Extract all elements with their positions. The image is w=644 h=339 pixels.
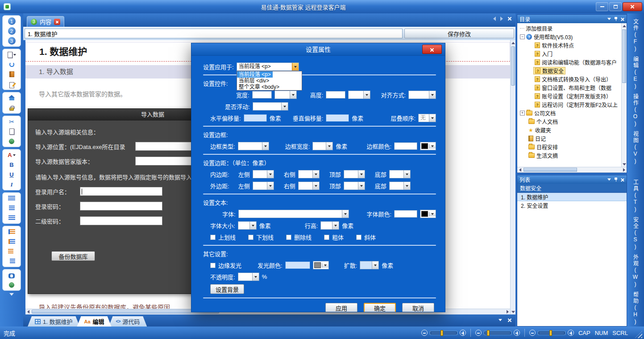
- tree-item-tech-features[interactable]: ?软件技术特点: [517, 41, 627, 50]
- panel-close-icon[interactable]: [621, 17, 624, 21]
- slider-thumb[interactable]: [487, 330, 490, 336]
- bottom-tabstrip-close-icon[interactable]: [507, 318, 511, 322]
- dropdown-arrow-icon[interactable]: [429, 91, 436, 99]
- indent-button[interactable]: [4, 256, 19, 266]
- pin-icon[interactable]: [614, 17, 618, 21]
- scroll-up-icon[interactable]: [622, 23, 627, 29]
- dropdown-option-div[interactable]: 当前层 <div>: [237, 78, 302, 84]
- set-background-button[interactable]: 设置背景: [210, 284, 244, 294]
- document-title-input[interactable]: [25, 29, 403, 38]
- scroll-right-icon[interactable]: [505, 309, 510, 314]
- login-password-input[interactable]: [80, 202, 162, 211]
- tab-menu-icon[interactable]: [499, 319, 502, 321]
- pin-icon[interactable]: [614, 178, 618, 182]
- backup-db-button[interactable]: 备份数据库: [51, 251, 95, 261]
- vtab-operation[interactable]: 操作(O): [632, 94, 640, 128]
- dialog-close-button[interactable]: [422, 45, 442, 54]
- glow-checkbox[interactable]: [210, 263, 216, 268]
- zoom-in-button[interactable]: [460, 330, 466, 336]
- tree-item-favorites[interactable]: ★收藏夹: [517, 126, 627, 134]
- paste-button[interactable]: [4, 136, 19, 146]
- slider-thumb[interactable]: [549, 330, 552, 336]
- bullet-list-button[interactable]: [4, 237, 19, 246]
- web-button[interactable]: [4, 280, 19, 289]
- margin-top-select[interactable]: [344, 182, 365, 190]
- scroll-down-icon[interactable]: [622, 161, 627, 167]
- float-select[interactable]: [253, 102, 288, 111]
- dropdown-arrow-icon[interactable]: [363, 91, 370, 99]
- dropdown-arrow-icon[interactable]: [358, 170, 365, 178]
- glow-color-input[interactable]: [285, 261, 310, 269]
- border-width-select[interactable]: [312, 142, 333, 150]
- align-select[interactable]: [408, 91, 436, 99]
- zoom-in-button[interactable]: [514, 330, 520, 336]
- font-color-swatch[interactable]: [420, 210, 436, 218]
- dropdown-arrow-icon[interactable]: [322, 263, 328, 268]
- dropdown-arrow-icon[interactable]: [252, 273, 259, 281]
- collapse-icon[interactable]: −: [520, 34, 525, 39]
- strikethrough-checkbox[interactable]: [286, 235, 291, 240]
- v-offset-input[interactable]: [326, 114, 349, 122]
- h-offset-input[interactable]: [244, 114, 267, 122]
- zoom-slider[interactable]: [538, 331, 565, 335]
- scroll-left-icon[interactable]: [25, 309, 31, 314]
- nav-next-icon[interactable]: [500, 17, 503, 21]
- scroll-up-icon[interactable]: [511, 40, 516, 45]
- resize-grip[interactable]: [635, 331, 642, 338]
- close-button[interactable]: [623, 2, 642, 11]
- tree-item-getting-started[interactable]: ?入门: [517, 50, 627, 58]
- dropdown-option-paragraph[interactable]: 当前段落 <p>: [237, 71, 273, 78]
- tree-item-life-digest[interactable]: 生活文摘: [517, 151, 627, 160]
- toolbar-overflow-icon[interactable]: [9, 293, 14, 298]
- tree-item-help[interactable]: −?使用帮助(V5.03): [517, 33, 627, 41]
- new-doc-button[interactable]: [4, 50, 19, 59]
- border-color-swatch[interactable]: [420, 142, 436, 150]
- border-type-select[interactable]: [238, 142, 269, 150]
- outdent-button[interactable]: [4, 247, 19, 256]
- step-1-button[interactable]: 1: [4, 17, 19, 26]
- zoom-out-button[interactable]: [475, 330, 482, 336]
- dropdown-arrow-icon[interactable]: [312, 170, 319, 178]
- glow-color-swatch[interactable]: [313, 261, 329, 269]
- catalog-vscrollbar[interactable]: [621, 23, 627, 167]
- apply-to-select[interactable]: 当前段落 <p>: [237, 62, 299, 71]
- dropdown-arrow-icon[interactable]: [403, 182, 410, 190]
- tree-item-schedule[interactable]: 日程安排: [517, 143, 627, 151]
- overline-checkbox[interactable]: [210, 235, 216, 240]
- vtab-security[interactable]: 安全(S): [632, 217, 640, 251]
- tab-content[interactable]: 3 内容: [27, 16, 64, 27]
- minimize-button[interactable]: [596, 2, 608, 11]
- vtab-tools[interactable]: 工具(T): [632, 179, 640, 213]
- dropdown-arrow-icon[interactable]: [429, 212, 436, 216]
- dropdown-arrow-icon[interactable]: [372, 261, 378, 269]
- dropdown-arrow-icon[interactable]: [358, 182, 365, 190]
- margin-bottom-select[interactable]: [389, 182, 411, 190]
- tree-item-data-security[interactable]: ?数据安全: [517, 66, 627, 75]
- underline-button[interactable]: U: [4, 170, 19, 179]
- font-select[interactable]: [238, 210, 349, 218]
- bold-checkbox[interactable]: [324, 235, 329, 240]
- tree-item-diary[interactable]: 日记: [517, 134, 627, 143]
- edit-doc-button[interactable]: [4, 79, 19, 89]
- vtab-help[interactable]: 帮助(H): [632, 292, 640, 326]
- step-3-button[interactable]: 3: [4, 36, 19, 45]
- dropdown-arrow-icon[interactable]: [429, 114, 436, 122]
- dropdown-arrow-icon[interactable]: [249, 222, 256, 229]
- tree-item-format-convert[interactable]: ?文档格式转换及导入（导出）: [517, 75, 627, 83]
- tree-item-company-docs[interactable]: +公司文档: [517, 109, 627, 117]
- height-input[interactable]: [326, 91, 345, 99]
- vscroll-thumb[interactable]: [511, 46, 515, 86]
- underline-checkbox[interactable]: [248, 235, 253, 240]
- dropdown-arrow-icon[interactable]: [281, 103, 288, 110]
- dropdown-arrow-icon[interactable]: [267, 170, 274, 178]
- tree-item-remote-access[interactable]: ?远程访问（定制开发版F2及以上: [517, 100, 627, 109]
- italic-checkbox[interactable]: [356, 235, 361, 240]
- margin-left-select[interactable]: [253, 182, 274, 190]
- panel-menu-icon[interactable]: [607, 178, 611, 181]
- maximize-button[interactable]: [609, 2, 622, 11]
- zoom-out-button[interactable]: [421, 330, 428, 336]
- z-order-select[interactable]: 无: [418, 114, 436, 122]
- list-item-security-settings[interactable]: 2. 安全设置: [517, 201, 627, 210]
- dropdown-arrow-icon[interactable]: [326, 142, 332, 150]
- notebook-button[interactable]: [4, 70, 19, 79]
